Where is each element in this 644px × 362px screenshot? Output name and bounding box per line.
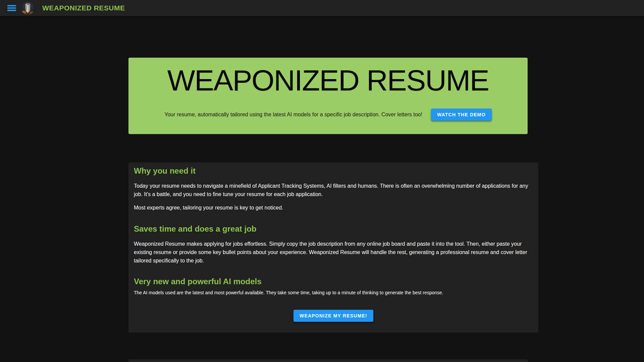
hero-banner: WEAPONIZED RESUME Your resume, automatic… (128, 58, 528, 134)
weaponize-my-resume-button[interactable]: WEAPONIZE MY RESUME! (293, 310, 373, 322)
hamburger-menu-icon[interactable] (7, 5, 16, 11)
watch-demo-button[interactable]: WATCH THE DEMO (431, 109, 492, 121)
section-heading-saves-time: Saves time and does a great job (134, 224, 533, 234)
paragraph-saves-time: Weaponized Resume makes applying for job… (134, 240, 533, 265)
page-main: WEAPONIZED RESUME Your resume, automatic… (0, 58, 644, 362)
shield-logo-icon (21, 1, 35, 15)
section-heading-ai-models: Very new and powerful AI models (134, 277, 533, 287)
paragraph-why-1: Today your resume needs to navigate a mi… (134, 182, 533, 199)
next-card-partial (128, 359, 528, 362)
section-heading-why-you-need-it: Why you need it (134, 166, 533, 176)
app-bar: WEAPONIZED RESUME (0, 0, 644, 16)
app-bar-title: WEAPONIZED RESUME (42, 4, 125, 12)
cta-container: WEAPONIZE MY RESUME! (134, 310, 533, 322)
hero-tagline: Your resume, automatically tailored usin… (164, 112, 422, 118)
hero-title: WEAPONIZED RESUME (128, 58, 528, 95)
info-card: Why you need it Today your resume needs … (128, 162, 538, 333)
paragraph-why-2: Most experts agree, tailoring your resum… (134, 204, 533, 212)
paragraph-ai-models: The AI models used are the latest and mo… (134, 290, 533, 296)
hero-tagline-row: Your resume, automatically tailored usin… (128, 109, 528, 121)
